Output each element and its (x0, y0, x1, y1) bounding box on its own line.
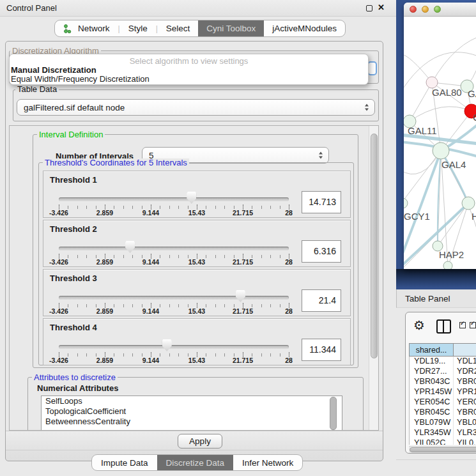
cell-shared-name[interactable]: YBR043C (410, 377, 454, 387)
column-header-shared-name[interactable]: shared... (410, 344, 454, 356)
table-row[interactable]: YIL052CYIL0... (410, 438, 476, 445)
threshold-slider-track[interactable] (59, 345, 289, 349)
table-row[interactable]: YDL19...YDL1... (410, 357, 476, 367)
cell-shared-name[interactable]: YER054C (410, 397, 454, 408)
close-traffic-light-icon[interactable] (410, 6, 417, 13)
attribute-list-item[interactable]: BetweennessCentrality (42, 417, 342, 427)
table-row[interactable]: YDR27...YDR2... (410, 367, 476, 377)
combo-spinner-icon (319, 152, 323, 159)
panel-title: Control Panel (6, 3, 57, 13)
cell-shared-name[interactable]: YDL19... (410, 357, 454, 367)
checkbox-icon[interactable] (470, 322, 476, 328)
tick-label: -3.426 (49, 307, 68, 315)
float-window-icon[interactable] (366, 5, 372, 12)
numerical-attributes-list[interactable]: SelfLoopsTopologicalCoefficientBetweenne… (41, 395, 342, 431)
zoom-traffic-light-icon[interactable] (434, 6, 441, 13)
tab-discretize-data[interactable]: Discretize Data (157, 455, 234, 470)
algorithm-hint-item[interactable]: Select algorithm to view settings (10, 56, 368, 66)
close-icon[interactable]: ✕ (378, 3, 385, 12)
cell-name[interactable]: YER0... (454, 397, 476, 408)
table-horizontal-scrollbar[interactable] (409, 446, 476, 453)
tick-label: -3.426 (49, 209, 68, 217)
node-label: C (473, 112, 476, 123)
apply-button[interactable]: Apply (178, 434, 222, 449)
control-panel-titlebar: Control Panel (0, 0, 396, 17)
scrollbar-thumb[interactable] (410, 447, 476, 452)
tab-label: Cyni Toolbox (206, 24, 256, 33)
threshold-value-field[interactable]: 6.316 (302, 240, 341, 263)
table-panel-toolbar: ⚙ (406, 312, 476, 342)
network-node-green[interactable] (404, 198, 408, 208)
threshold-slider-thumb[interactable] (187, 192, 196, 204)
divider (396, 459, 476, 460)
threshold-slider-thumb[interactable] (125, 241, 135, 253)
tab-cyni-toolbox[interactable]: Cyni Toolbox (198, 20, 264, 36)
tick-label: 21.715 (233, 209, 253, 217)
cell-name[interactable]: YBR0... (454, 408, 476, 418)
tab-jactivemnodules[interactable]: jActiveMNodules (264, 20, 345, 36)
threshold-slider-thumb[interactable] (162, 339, 172, 351)
table-row[interactable]: YBR043CYBR0... (410, 377, 476, 387)
network-canvas[interactable]: GAL80GACGAL11GAL4GCY1HHAP2 (404, 17, 476, 269)
tick-label: 28 (285, 209, 293, 217)
table-data-combobox[interactable]: galFiltered.sif default node (17, 99, 375, 116)
tab-label: jActiveMNodules (272, 24, 337, 33)
threshold-value-field[interactable]: 11.344 (302, 339, 341, 361)
slider-minor-ticks (59, 255, 289, 258)
interval-definition-group: Interval Definition Number of Intervals … (33, 134, 358, 368)
algorithm-option-manual[interactable]: Manual Discretization (10, 66, 368, 75)
threshold-label: Threshold 1 (50, 175, 97, 185)
cell-name[interactable]: YBR0... (454, 377, 476, 387)
algorithm-option-equal-width[interactable]: Equal Width/Frequency Discretization (10, 75, 368, 84)
tab-network[interactable]: Network (55, 20, 118, 36)
cell-name[interactable]: YDR2... (454, 367, 476, 377)
threshold-slider-track[interactable] (59, 296, 289, 300)
settings-vertical-scrollbar[interactable] (369, 126, 378, 430)
attribute-list-scrollbar[interactable] (330, 397, 337, 430)
attribute-list-item[interactable]: SelfLoops (42, 396, 342, 406)
cell-shared-name[interactable]: YLR345W (410, 428, 454, 438)
table-row[interactable]: YPR145WYPR1... (410, 387, 476, 397)
network-node-green[interactable] (443, 261, 452, 269)
threshold-slider-track[interactable] (59, 247, 289, 250)
cell-shared-name[interactable]: YIL052C (410, 438, 454, 445)
threshold-value-field[interactable]: 14.713 (302, 191, 341, 213)
minimize-traffic-light-icon[interactable] (422, 6, 429, 13)
cell-shared-name[interactable]: YBR045C (410, 408, 454, 418)
tab-style[interactable]: Style (120, 20, 156, 36)
attribute-list-item[interactable]: TopologicalCoefficient (42, 406, 342, 417)
gear-icon[interactable]: ⚙ (413, 318, 425, 333)
cell-shared-name[interactable]: YBL079W (410, 418, 454, 428)
table-row[interactable]: YER054CYER0... (410, 397, 476, 408)
tab-impute-data[interactable]: Impute Data (92, 455, 157, 470)
table-row[interactable]: YBL079WYBL0... (410, 418, 476, 428)
thresholds-group-title: Threshold's Coordinates for 5 Intervals (43, 158, 189, 167)
cell-shared-name[interactable]: YDR27... (410, 367, 454, 377)
scrollbar-thumb[interactable] (371, 134, 378, 358)
tick-label: 21.715 (233, 307, 253, 315)
cell-name[interactable]: YLR3... (454, 428, 476, 438)
tab-select[interactable]: Select (158, 20, 199, 36)
cell-name[interactable]: YDL1... (454, 357, 476, 367)
checkbox-icon[interactable] (459, 322, 466, 328)
tab-label: Select (166, 24, 190, 33)
network-view-window[interactable]: GAL80GACGAL11GAL4GCY1HHAP2 (404, 3, 476, 269)
cell-shared-name[interactable]: YPR145W (410, 387, 454, 397)
network-node-green[interactable] (433, 142, 449, 159)
threshold-slider-track[interactable] (59, 197, 289, 201)
table-panel-title: Table Panel (405, 294, 450, 303)
cell-name[interactable]: YBL0... (454, 418, 476, 428)
table-row[interactable]: YBR045CYBR0... (410, 408, 476, 418)
threshold-label: Threshold 4 (50, 323, 97, 332)
algorithm-combobox[interactable] (367, 61, 377, 75)
split-columns-icon[interactable] (436, 319, 451, 334)
threshold-value-field[interactable]: 21.4 (302, 289, 341, 312)
column-header-name[interactable]: n... (454, 344, 476, 356)
cell-name[interactable]: YIL0... (454, 438, 476, 445)
cell-name[interactable]: YPR1... (454, 387, 476, 397)
threshold-slider-thumb[interactable] (236, 290, 245, 302)
tab-infer-network[interactable]: Infer Network (233, 455, 302, 470)
network-node-green[interactable] (462, 197, 475, 210)
table-row[interactable]: YLR345WYLR3... (410, 428, 476, 438)
tick-label: 9.144 (142, 258, 159, 266)
